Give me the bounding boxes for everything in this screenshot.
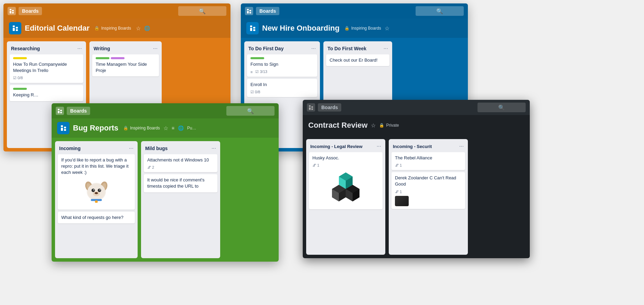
card-derek-zoolander[interactable]: Derek Zoolander C Can't Read Good 🖇 1 [391, 172, 465, 209]
svg-point-6 [92, 189, 95, 192]
card-bugreport-desc[interactable]: If you'd like to report a bug with a rep… [58, 154, 135, 210]
card-badge-forms: ☑ 3/13 [255, 70, 267, 74]
board-globe-bugreports: 🌐 [178, 125, 184, 131]
lock-icon-contract: 🔒 [379, 123, 384, 128]
list-title-mild-bugs: Mild bugs [145, 146, 168, 151]
list-menu-researching[interactable]: ··· [77, 45, 82, 52]
board-title-onboarding: New Hire Onboarding [262, 24, 340, 33]
list-title-researching: Researching [11, 46, 40, 51]
board-star-bugreports[interactable]: ☆ [163, 125, 168, 132]
board-meta-editorial: 🔒 Inspiring Boards [94, 26, 131, 31]
card-what-requests[interactable]: What kind of requests go here? [58, 212, 135, 223]
topbar-search-onboarding[interactable]: 🔍 [416, 6, 464, 16]
list-menu-firstday[interactable]: ··· [311, 45, 316, 52]
topbar-editorial: Boards 🔍 [3, 3, 230, 19]
board-bugreports: Boards 🔍 Bug Reports 🔒 [52, 103, 279, 262]
card-badge-husky: 🖇 1 [312, 163, 319, 167]
board-title-contract: Contract Review [308, 121, 367, 130]
svg-point-9 [99, 189, 100, 190]
card-badge-rebel: 🖇 1 [395, 163, 402, 167]
topbar-onboarding: Boards 🔍 [241, 3, 468, 19]
board-meta-onboarding: 🔒 Inspiring Boards [344, 26, 381, 31]
card-text-what-requests: What kind of requests go here? [61, 214, 131, 221]
topbar-boards-label-bugreports: Boards [70, 108, 87, 114]
board-workspace-editorial: Inspiring Boards [101, 26, 131, 31]
board-workspace-bugreports: Inspiring Boards [130, 126, 160, 130]
card-text-forms: Forms to Sign [250, 61, 314, 67]
card-companywide[interactable]: How To Run Companywide Meetings In Trell… [10, 54, 83, 83]
board-logo-editorial [9, 22, 21, 34]
card-text-timestamp: It would be nice if comment's timesta co… [147, 177, 214, 189]
list-menu-firstweek[interactable]: ··· [384, 45, 388, 52]
list-title-security-review: Incoming - Securit [393, 144, 432, 149]
list-menu-legal[interactable]: ··· [377, 143, 381, 149]
list-title-writing: Writing [94, 46, 110, 51]
board-star-contract[interactable]: ☆ [371, 122, 376, 129]
board-title-editorial: Editorial Calendar [25, 24, 89, 33]
topbar-logo-contract [307, 103, 315, 112]
list-security-review: Incoming - Securit ··· The Rebel Allianc… [389, 139, 468, 255]
private-label-contract: Private [386, 123, 399, 128]
card-rebel-alliance[interactable]: The Rebel Alliance 🖇 1 [391, 152, 465, 170]
list-incoming-bugs: Incoming ··· If you'd like to report a b… [55, 141, 138, 258]
topbar-boards-label-contract: Boards [321, 105, 338, 110]
topbar-search-editorial[interactable]: 🔍 [178, 6, 226, 16]
card-text-bugreport-desc: If you'd like to report a bug with a rep… [61, 157, 131, 176]
card-text-derek: Derek Zoolander C Can't Read Good [395, 175, 462, 187]
card-badge-derek: 🖇 1 [395, 190, 402, 194]
svg-point-7 [98, 189, 101, 192]
list-menu-security[interactable]: ··· [459, 143, 464, 149]
topbar-contract: Boards 🔍 [303, 100, 530, 115]
list-mild-bugs: Mild bugs ··· Attachments not d Windows … [141, 141, 220, 258]
card-text-enroll: Enroll In [250, 82, 314, 88]
svg-point-8 [93, 189, 94, 190]
card-timestamp[interactable]: It would be nice if comment's timesta co… [144, 174, 217, 192]
card-text-attachments: Attachments not d Windows 10 [147, 157, 214, 163]
topbar-bugreports: Boards 🔍 [52, 103, 279, 118]
topbar-search-bugreports[interactable]: 🔍 [226, 106, 275, 116]
board-lock-icon: 🔒 [94, 26, 99, 31]
topbar-logo-bugreports [56, 107, 64, 115]
list-title-legal-review: Incoming - Legal Review [310, 144, 363, 149]
card-keeping[interactable]: Keeping R… [10, 85, 83, 101]
topbar-boards-btn-contract[interactable]: Boards [318, 103, 341, 112]
topbar-boards-label-onboarding: Boards [259, 8, 276, 14]
board-title-bugreports: Bug Reports [73, 124, 118, 133]
card-text-timemanage: Time Managem Your Side Proje [96, 61, 155, 74]
board-pu-bugreports: Pu… [187, 126, 196, 130]
card-text-checkout: Check out our Er Board! [330, 57, 386, 63]
board-star-onboarding[interactable]: ☆ [385, 25, 389, 32]
card-timemanage[interactable]: Time Managem Your Side Proje [92, 54, 159, 76]
topbar-boards-btn-bugreports[interactable]: Boards [67, 107, 90, 115]
board-lines-bugreports[interactable]: ≡ [172, 125, 174, 131]
board-logo-bugreports [57, 122, 69, 134]
topbar-search-contract[interactable]: 🔍 [477, 103, 526, 112]
list-title-todo-firstweek: To Do First Week [328, 46, 366, 51]
hex-logo [312, 171, 379, 203]
list-title-incoming-bugs: Incoming [59, 146, 80, 151]
dark-avatar [395, 196, 409, 206]
board-globe-editorial: 🌐 [144, 25, 150, 31]
list-menu-writing[interactable]: ··· [153, 45, 158, 52]
topbar-boards-btn-onboarding[interactable]: Boards [256, 7, 279, 15]
card-badge-attachments: 🖇 2 [147, 165, 154, 169]
list-menu-incoming-bugs[interactable]: ··· [129, 145, 133, 151]
card-badge-enroll: ☑ 0/8 [250, 90, 260, 94]
list-menu-mild-bugs[interactable]: ··· [212, 145, 216, 151]
board-meta-bugreports: 🔒 Inspiring Boards [123, 126, 160, 130]
card-attachments-win10[interactable]: Attachments not d Windows 10 🖇 2 [144, 154, 217, 172]
card-text-keeping: Keeping R… [13, 92, 80, 98]
topbar-boards-btn-editorial[interactable]: Boards [19, 7, 42, 15]
topbar-logo-editorial [8, 7, 16, 15]
card-text-husky: Husky Assoc. [312, 155, 379, 161]
list-legal-review: Incoming - Legal Review ··· Husky Assoc.… [306, 139, 385, 255]
card-husky[interactable]: Husky Assoc. 🖇 1 [309, 152, 383, 209]
card-badge-companywide: ☑ 0/8 [13, 76, 23, 80]
board-star-editorial[interactable]: ☆ [136, 25, 141, 32]
card-forms-to-sign[interactable]: Forms to Sign ≡ ☑ 3/13 [247, 54, 317, 77]
card-enroll[interactable]: Enroll In ☑ 0/8 [247, 79, 317, 97]
card-checkout[interactable]: Check out our Er Board! [326, 54, 389, 66]
board-workspace-onboarding: Inspiring Boards [351, 26, 381, 31]
board-contract: Boards 🔍 Contract Review ☆ 🔒 Private Inc… [303, 100, 530, 258]
svg-point-12 [95, 192, 98, 194]
